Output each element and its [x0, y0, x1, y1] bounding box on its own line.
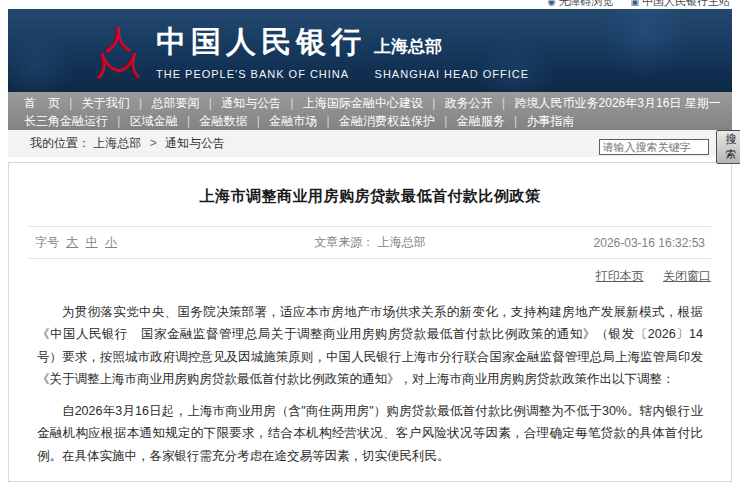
breadcrumb-prefix: 我的位置：	[30, 136, 90, 150]
nav-links: 首 页｜关于我们｜总部要闻｜通知与公告｜上海国际金融中心建设｜政务公开｜跨境人民…	[24, 94, 599, 130]
source-value: 上海总部	[378, 235, 426, 249]
page: ◉无障碍浏览 ▣中国人民银行主站 人 人 人 中国人民银行 上海总部 THE P…	[0, 0, 740, 482]
font-size-medium[interactable]: 中	[86, 235, 98, 249]
breadcrumb-home[interactable]: 上海总部	[93, 136, 141, 150]
font-size-label: 字号	[35, 235, 59, 249]
source-label: 文章来源：	[314, 235, 374, 249]
top-utility-bar: ◉无障碍浏览 ▣中国人民银行主站	[8, 0, 732, 9]
accessibility-label: 无障碍浏览	[558, 0, 613, 7]
nav-item-financial-data[interactable]: 金融数据	[200, 114, 248, 128]
bank-name-en: THE PEOPLE'S BANK OF CHINA	[156, 68, 349, 80]
nav-separator: ｜	[428, 96, 440, 110]
page-title: 上海市调整商业用房购房贷款最低首付款比例政策	[29, 187, 711, 206]
header-banner: 人 人 人 中国人民银行 上海总部 THE PEOPLE'S BANK OF C…	[8, 9, 732, 92]
main-site-link[interactable]: ▣中国人民银行主站	[630, 0, 730, 7]
main-site-label: 中国人民银行主站	[642, 0, 730, 7]
nav-separator: ｜	[135, 96, 147, 110]
article-paragraph: 自2026年3月16日起，上海市商业用房（含"商住两用房"）购房贷款最低首付款比…	[37, 400, 703, 467]
nav-separator: ｜	[440, 114, 452, 128]
nav-item-financial-market[interactable]: 金融市场	[269, 114, 317, 128]
nav-separator: ｜	[322, 114, 334, 128]
search-input[interactable]	[599, 139, 709, 155]
search-button[interactable]: 搜索	[716, 130, 740, 164]
close-window-link[interactable]: 关闭窗口	[663, 269, 711, 283]
branch-name-en: SHANGHAI HEAD OFFICE	[375, 68, 529, 80]
print-page-link[interactable]: 打印本页	[596, 269, 644, 283]
nav-right: 2026年3月16日 星期一 搜索 高级搜索	[599, 94, 740, 130]
nav-row-2: 长三角金融运行｜区域金融｜金融数据｜金融市场｜金融消费权益保护｜金融服务｜办事指…	[24, 112, 599, 130]
nav-separator: ｜	[113, 114, 125, 128]
nav-row-1: 首 页｜关于我们｜总部要闻｜通知与公告｜上海国际金融中心建设｜政务公开｜跨境人民…	[24, 94, 599, 112]
nav-item-delta-finance[interactable]: 长三角金融运行	[24, 114, 108, 128]
pboc-emblem-icon: 人 人 人	[92, 23, 144, 79]
font-size-controls: 字号 大 中 小	[35, 234, 232, 251]
font-size-small[interactable]: 小	[105, 235, 117, 249]
banner-text: 中国人民银行 上海总部 THE PEOPLE'S BANK OF CHINA S…	[156, 22, 529, 80]
close-window-link[interactable]: 关闭窗口	[663, 481, 711, 482]
nav-separator: ｜	[286, 96, 298, 110]
nav-item-crossborder-rmb[interactable]: 跨境人民币业务	[515, 96, 599, 110]
nav-separator: ｜	[253, 114, 265, 128]
bank-name-cn: 中国人民银行	[156, 22, 366, 63]
nav-item-gov-affairs[interactable]: 政务公开	[445, 96, 493, 110]
branch-name-cn: 上海总部	[374, 35, 442, 58]
nav-separator: ｜	[65, 96, 77, 110]
breadcrumb-separator: >	[150, 136, 157, 150]
print-close-row-top: 打印本页 关闭窗口	[29, 268, 711, 285]
font-size-large[interactable]: 大	[66, 235, 78, 249]
article-source: 文章来源： 上海总部	[232, 234, 508, 251]
accessibility-link[interactable]: ◉无障碍浏览	[548, 0, 614, 7]
article-body: 为贯彻落实党中央、国务院决策部署，适应本市房地产市场供求关系的新变化，支持构建房…	[37, 301, 703, 467]
nav-separator: ｜	[183, 114, 195, 128]
nav-item-financial-services[interactable]: 金融服务	[457, 114, 505, 128]
current-date: 2026年3月16日 星期一	[599, 95, 740, 112]
nav-item-financial-center[interactable]: 上海国际金融中心建设	[303, 96, 423, 110]
article-meta-bar: 字号 大 中 小 文章来源： 上海总部 2026-03-16 16:32:53	[29, 226, 711, 259]
nav-separator: ｜	[498, 96, 510, 110]
print-page-link[interactable]: 打印本页	[596, 481, 644, 482]
site-icon: ▣	[630, 0, 639, 9]
article-paragraph: 为贯彻落实党中央、国务院决策部署，适应本市房地产市场供求关系的新变化，支持构建房…	[37, 301, 703, 390]
nav-item-regional-finance[interactable]: 区域金融	[130, 114, 178, 128]
nav-item-home[interactable]: 首 页	[24, 96, 60, 110]
nav-separator: ｜	[510, 114, 522, 128]
nav-item-notices[interactable]: 通知与公告	[221, 96, 281, 110]
eye-icon: ◉	[548, 0, 556, 9]
nav-item-consumer-protection[interactable]: 金融消费权益保护	[339, 114, 435, 128]
nav-item-about[interactable]: 关于我们	[82, 96, 130, 110]
print-close-row-bottom: 打印本页 关闭窗口	[29, 480, 711, 482]
nav-item-service-guide[interactable]: 办事指南	[527, 114, 575, 128]
article-datetime: 2026-03-16 16:32:53	[508, 236, 705, 250]
breadcrumb-current[interactable]: 通知与公告	[165, 136, 225, 150]
article-container: 上海市调整商业用房购房贷款最低首付款比例政策 字号 大 中 小 文章来源： 上海…	[8, 162, 732, 482]
nav-separator: ｜	[205, 96, 217, 110]
main-nav: 首 页｜关于我们｜总部要闻｜通知与公告｜上海国际金融中心建设｜政务公开｜跨境人民…	[8, 92, 732, 130]
nav-item-hq-news[interactable]: 总部要闻	[152, 96, 200, 110]
